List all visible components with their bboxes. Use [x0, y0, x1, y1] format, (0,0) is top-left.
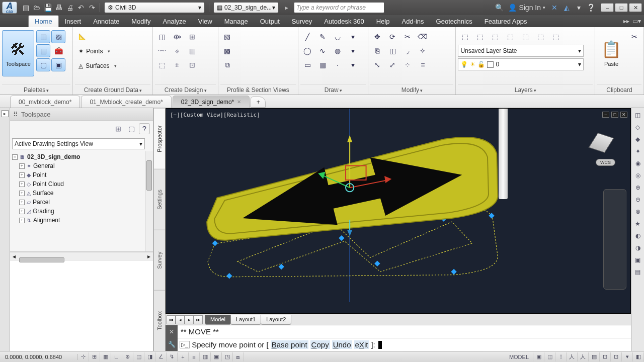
layout-tab-model[interactable]: Model — [205, 315, 231, 325]
rt-btn-5[interactable]: ◉ — [633, 158, 643, 168]
layout-tab-layout2[interactable]: Layout2 — [261, 315, 291, 325]
layer-state-combo[interactable]: Unsaved Layer State▾ — [458, 45, 584, 57]
search-arrow-icon[interactable]: ▸ — [281, 2, 292, 13]
rt-btn-10[interactable]: ★ — [633, 219, 643, 229]
mod-fillet[interactable]: ◞ — [400, 44, 415, 57]
panel-title-psv[interactable]: Profile & Section Views — [227, 86, 289, 94]
rt-btn-12[interactable]: ◑ — [633, 243, 643, 253]
cmd-opt-exit[interactable]: eXit — [354, 340, 369, 349]
tree-vscrollbar[interactable] — [145, 151, 153, 251]
qat-print-icon[interactable]: 🖨 — [64, 2, 75, 13]
tree-item[interactable]: +◿Grading — [12, 207, 151, 216]
sb-r4[interactable]: 人 — [567, 352, 578, 361]
ribbon-tab-a360[interactable]: Autodesk 360 — [318, 15, 370, 27]
qat-save-icon[interactable]: 💾 — [42, 2, 53, 13]
ribbon-tab-view[interactable]: View — [192, 15, 218, 27]
design-btn-2[interactable]: ⟴ — [170, 30, 184, 43]
tree-item[interactable]: +▱Parcel — [12, 198, 151, 207]
ts-toolbar-btn2[interactable]: ▢ — [126, 123, 137, 134]
side-tab-toolbox[interactable]: Toolbox — [154, 290, 165, 351]
close-icon[interactable]: ✕ — [237, 99, 241, 105]
layer-btn-5[interactable]: ⬚ — [518, 30, 532, 43]
tree-item[interactable]: +✦General — [12, 161, 151, 170]
psv-btn-1[interactable]: ▧ — [220, 30, 234, 43]
draw-hatch[interactable]: ▦ — [315, 58, 330, 71]
import-survey-button[interactable]: 📐 — [75, 30, 120, 43]
search-icon[interactable]: 🔍 — [494, 3, 504, 13]
rt-btn-1[interactable]: ◫ — [633, 110, 643, 120]
doc-tab[interactable]: 00_mvblock_demo* — [10, 96, 80, 108]
sb-otrack[interactable]: ∠ — [155, 352, 167, 361]
sb-r9[interactable]: ▾ — [622, 352, 633, 361]
mod-rotate[interactable]: ⟳ — [385, 30, 399, 43]
mod-trim[interactable]: ✂ — [400, 30, 415, 43]
command-input[interactable]: ▷_ Specify move point or [ Base point Co… — [178, 338, 631, 351]
workspace-switcher[interactable]: ⚙Civil 3D ▾ — [104, 2, 205, 13]
palette-btn-2[interactable]: ▨ — [51, 30, 65, 43]
side-tab-settings[interactable]: Settings — [154, 169, 165, 230]
ribbon-tab-analyze[interactable]: Analyze — [157, 15, 192, 27]
sb-r7[interactable]: ⊡ — [600, 352, 611, 361]
layer-btn-3[interactable]: ⬚ — [488, 30, 502, 43]
draw-line[interactable]: ╱ — [300, 30, 314, 43]
sb-r3[interactable]: ⟟ — [555, 352, 567, 361]
rt-btn-6[interactable]: ◎ — [633, 170, 643, 180]
ribbon-scroll-right-icon[interactable]: ▸▸ — [623, 18, 629, 25]
signin-button[interactable]: 👤Sign In▾ — [506, 3, 547, 13]
mod-copy[interactable]: ⎘ — [370, 44, 384, 57]
ribbon-tab-help[interactable]: Help — [370, 15, 396, 27]
stayconnected-icon[interactable]: ▾ — [574, 3, 584, 13]
rt-btn-7[interactable]: ⊕ — [633, 183, 643, 193]
rt-btn-8[interactable]: ⊖ — [633, 195, 643, 205]
sb-qp[interactable]: ▣ — [211, 352, 222, 361]
autodesk-icon[interactable]: ◭ — [561, 3, 572, 13]
doc-tab[interactable]: 01_Mvblock_create_demo* — [81, 96, 171, 108]
design-btn-5[interactable]: ⟐ — [170, 44, 184, 57]
sb-polar[interactable]: ⊛ — [122, 352, 133, 361]
ribbon-tab-addins[interactable]: Add-ins — [396, 15, 430, 27]
infocenter-search[interactable]: Type a keyword or phrase — [294, 2, 384, 13]
panel-title-ground[interactable]: Create Ground Data — [84, 86, 142, 94]
design-btn-4[interactable]: 〰 — [155, 44, 169, 57]
sb-snap[interactable]: ⊞ — [89, 352, 100, 361]
palette-btn-5[interactable]: ▢ — [36, 58, 50, 71]
panel-title-draw[interactable]: Draw — [325, 86, 342, 94]
mod-explode[interactable]: ✧ — [416, 44, 430, 57]
mod-offset[interactable]: ≡ — [416, 58, 430, 71]
toolspace-view-selector[interactable]: Active Drawing Settings View▾ — [12, 138, 145, 149]
panel-title-layers[interactable]: Layers — [515, 86, 536, 94]
ribbon-tab-survey[interactable]: Survey — [286, 15, 318, 27]
mod-erase[interactable]: ⌫ — [416, 30, 430, 43]
sb-am[interactable]: 🗈 — [233, 352, 244, 361]
surfaces-dropdown[interactable]: ◬Surfaces — [75, 59, 120, 72]
tree-item[interactable]: +↯Alignment — [12, 216, 151, 225]
layout-nav-last[interactable]: ⏭ — [194, 315, 203, 324]
ribbon-tab-home[interactable]: Home — [28, 15, 59, 27]
window-close-button[interactable]: ✕ — [629, 3, 642, 12]
window-restore-button[interactable]: □ — [615, 3, 628, 12]
draw-arc[interactable]: ◡ — [331, 30, 345, 43]
tree-hscrollbar[interactable]: ◂▸ — [10, 252, 153, 260]
model-viewport[interactable]: [−][Custom View][Realistic] – □ ✕ WCS — [166, 108, 631, 314]
cmd-opt-undo[interactable]: Undo — [332, 340, 352, 349]
sb-r10[interactable]: ◧ — [633, 352, 644, 361]
ribbon-tab-geotechnics[interactable]: Geotechnics — [430, 15, 478, 27]
ribbon-tab-featuredapps[interactable]: Featured Apps — [478, 15, 533, 27]
sb-r1[interactable]: ▣ — [533, 352, 544, 361]
sb-r5[interactable]: 人 — [578, 352, 589, 361]
mod-move[interactable]: ✥ — [370, 30, 384, 43]
panel-title-clipboard[interactable]: Clipboard — [606, 86, 632, 94]
draw-polyline[interactable]: ✎ — [315, 30, 330, 43]
rt-btn-14[interactable]: ▤ — [633, 267, 643, 277]
rt-btn-3[interactable]: ◆ — [633, 134, 643, 144]
draw-misc1[interactable]: ▾ — [346, 30, 360, 43]
tree-root[interactable]: −🗎02_3D_sign_demo — [12, 152, 151, 161]
psv-btn-3[interactable]: ⧉ — [220, 58, 234, 71]
qat-undo-icon[interactable]: ↶ — [75, 2, 87, 13]
layer-btn-7[interactable]: ⬚ — [548, 30, 562, 43]
tree-item[interactable]: +◇Point Cloud — [12, 179, 151, 189]
help-icon[interactable]: ❔ — [586, 3, 596, 13]
clipboard-cut[interactable]: ✂ — [627, 30, 641, 43]
side-tab-prospector[interactable]: Prospector — [154, 108, 165, 169]
current-layer-combo[interactable]: 💡☀🔓0▾ — [458, 58, 584, 70]
